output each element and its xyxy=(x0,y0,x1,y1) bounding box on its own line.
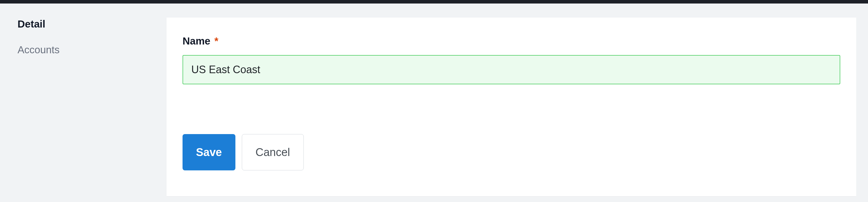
name-input[interactable] xyxy=(183,55,840,84)
sidebar-item-accounts[interactable]: Accounts xyxy=(18,44,149,70)
name-label: Name * xyxy=(183,35,840,47)
sidebar-item-detail[interactable]: Detail xyxy=(18,18,149,44)
save-button[interactable]: Save xyxy=(183,134,236,170)
required-indicator: * xyxy=(214,35,218,47)
main-panel: Name * Save Cancel xyxy=(166,18,856,196)
button-row: Save Cancel xyxy=(183,134,840,170)
name-label-text: Name xyxy=(183,35,210,47)
top-bar xyxy=(0,0,868,3)
sidebar: Detail Accounts xyxy=(0,3,166,202)
page-container: Detail Accounts Name * Save Cancel xyxy=(0,3,868,202)
cancel-button[interactable]: Cancel xyxy=(242,134,304,170)
